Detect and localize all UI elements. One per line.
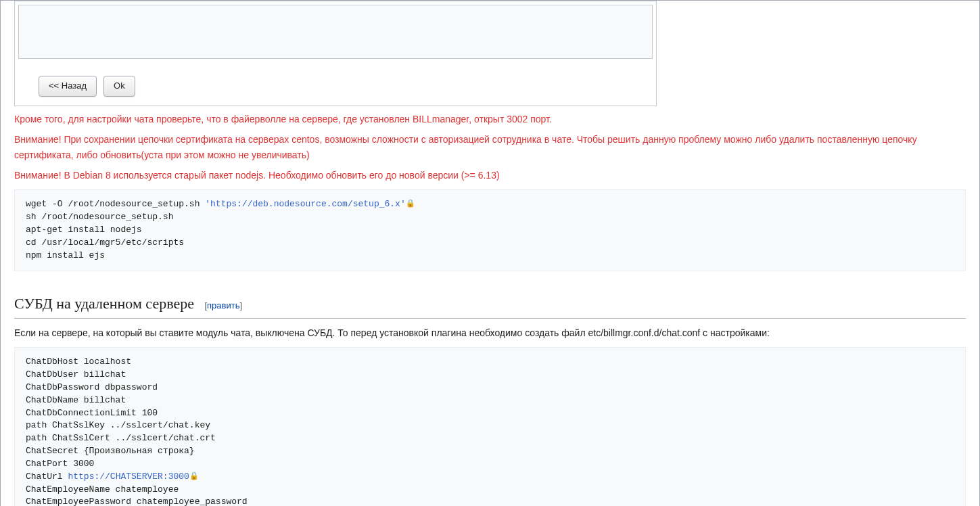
screenshot-thumbnail: << Назад Ok — [14, 1, 657, 106]
code-url-chatserver[interactable]: https://CHATSERVER:3000 — [68, 472, 189, 482]
ok-button[interactable]: Ok — [103, 76, 135, 97]
code-block-chatconf: ChatDbHost localhost ChatDbUser billchat… — [14, 347, 966, 506]
warning-centos: Внимание! При сохранении цепочки сертифи… — [14, 132, 966, 162]
code-block-nodejs: wget -O /root/nodesource_setup.sh 'https… — [14, 189, 966, 271]
edit-section-link[interactable]: [править] — [204, 300, 242, 310]
back-button[interactable]: << Назад — [39, 76, 97, 97]
warning-firewall: Кроме того, для настройки чата проверьте… — [14, 112, 966, 127]
warning-debian: Внимание! В Debian 8 используется старый… — [14, 168, 966, 183]
screenshot-placeholder — [18, 5, 653, 59]
intro-remote-db: Если на сервере, на который вы ставите м… — [14, 325, 966, 340]
section-heading-remote-db: СУБД на удаленном сервере [править] — [14, 292, 966, 319]
code-url-nodesource[interactable]: 'https://deb.nodesource.com/setup_6.x' — [205, 199, 405, 209]
lock-icon: 🔒 — [406, 199, 415, 210]
lock-icon: 🔒 — [189, 472, 199, 482]
